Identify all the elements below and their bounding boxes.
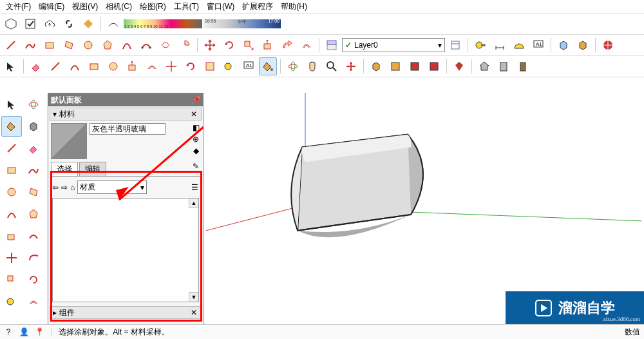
eraser-rail-icon[interactable] [23, 138, 44, 159]
orbit-rail-icon[interactable] [23, 94, 44, 115]
menu-file[interactable]: 文件(F) [3, 1, 33, 12]
camera-right-icon[interactable] [425, 57, 443, 75]
solid-tools-icon[interactable] [554, 36, 573, 54]
menu-view[interactable]: 视图(V) [70, 1, 100, 12]
layer-dropdown[interactable]: ✓ Layer0 [342, 38, 445, 52]
scale-grid-icon[interactable] [201, 57, 219, 75]
menu-camera[interactable]: 相机(C) [103, 1, 135, 12]
rotate-rail-icon[interactable] [23, 269, 44, 290]
text-label-icon[interactable]: A1 [240, 57, 258, 75]
rectangle-tool-icon[interactable] [41, 36, 59, 54]
menu-icon[interactable]: ☰ [190, 183, 199, 192]
zoom-extents-icon[interactable] [342, 57, 360, 75]
freehand-rail-icon[interactable] [23, 160, 44, 180]
shape-rect-icon[interactable] [85, 57, 103, 75]
dimension-tool-icon[interactable] [491, 36, 509, 54]
time-slider[interactable]: 06:55 中午 17:00 [204, 19, 281, 28]
rotated-rect-tool-icon[interactable] [60, 36, 78, 54]
pushpull-rail-icon[interactable] [1, 226, 22, 246]
scroll-down-icon[interactable]: ▼ [189, 292, 198, 302]
pushpull-tool-icon[interactable] [259, 36, 277, 54]
arc-rail-icon[interactable] [1, 204, 22, 224]
rect-rail-icon[interactable] [1, 160, 22, 180]
material-list[interactable]: ▲ ▼ [52, 198, 199, 302]
camera-front-icon[interactable] [406, 57, 424, 75]
layer-visibility-icon[interactable] [323, 36, 341, 54]
user-icon[interactable]: 👤 [19, 327, 28, 336]
offset-icon[interactable] [143, 57, 161, 75]
check-box-icon[interactable] [21, 15, 39, 33]
arc2-tool-icon[interactable] [137, 36, 155, 54]
rotate-tool-icon[interactable] [220, 36, 238, 54]
move-tool-icon[interactable] [201, 36, 219, 54]
material-name-input[interactable] [90, 123, 166, 135]
orbit-tool-icon[interactable] [284, 57, 302, 75]
freehand-tool-icon[interactable] [21, 36, 39, 54]
arc-tool-icon[interactable] [118, 36, 136, 54]
menu-draw[interactable]: 绘图(R) [137, 1, 169, 12]
pan-tool-icon[interactable] [303, 57, 321, 75]
camera-iso-icon[interactable] [367, 57, 385, 75]
panel-title-bar[interactable]: 默认面板 📌 [48, 93, 203, 106]
blank-icon[interactable] [104, 15, 122, 33]
scroll-up-icon[interactable]: ▲ [189, 199, 198, 208]
paint-bucket-icon[interactable] [259, 57, 277, 75]
offset-rail-icon[interactable] [23, 291, 44, 312]
arc-draw-icon[interactable] [66, 57, 84, 75]
arc3-tool-icon[interactable] [156, 36, 175, 54]
polygon-tool-icon[interactable] [99, 36, 117, 54]
nav-forward-icon[interactable]: ⇨ [61, 183, 68, 192]
pin-icon[interactable]: 📌 [191, 95, 200, 104]
new-model-icon[interactable] [2, 15, 20, 33]
pencil-tool-icon[interactable] [46, 57, 64, 75]
circle-rail-icon[interactable] [1, 182, 22, 202]
door-icon[interactable] [514, 57, 532, 75]
followme-rail-icon[interactable] [23, 247, 44, 268]
extension-icon[interactable] [79, 15, 97, 33]
components-header[interactable]: ▸组件 ✕ [50, 306, 202, 319]
pie-tool-icon[interactable] [176, 36, 194, 54]
eraser-tool-icon[interactable] [27, 57, 45, 75]
tape-tool-icon[interactable] [471, 36, 489, 54]
protractor-tool-icon[interactable] [510, 36, 528, 54]
layer-manager-icon[interactable] [446, 36, 464, 54]
menu-window[interactable]: 窗口(W) [204, 1, 237, 12]
material-category-dropdown[interactable]: 材质 [77, 180, 147, 194]
nav-back-icon[interactable]: ⇦ [52, 183, 59, 192]
display-mode-icon[interactable]: ◧ [191, 123, 200, 132]
create-material-icon[interactable]: ⊕ [191, 135, 200, 144]
viewport-3d[interactable] [204, 93, 644, 324]
move-arrows-icon[interactable] [162, 57, 180, 75]
cloud-upload-icon[interactable] [41, 15, 59, 33]
line-rail-icon[interactable] [1, 138, 22, 159]
shape-circle-icon[interactable] [104, 57, 122, 75]
menu-extensions[interactable]: 扩展程序 [240, 1, 276, 12]
scale-tool-icon[interactable] [240, 36, 258, 54]
select-tool-icon[interactable] [2, 57, 20, 75]
zoom-tool-icon[interactable] [323, 57, 341, 75]
pushpull-icon[interactable] [124, 57, 142, 75]
menu-edit[interactable]: 编辑(E) [36, 1, 67, 12]
eyedropper-icon[interactable]: ✎ [191, 162, 200, 171]
eraser-style-icon[interactable] [574, 36, 592, 54]
help-icon[interactable]: ? [4, 327, 13, 336]
box-rail-icon[interactable] [23, 116, 44, 137]
move-rail-icon[interactable] [1, 247, 22, 268]
menu-tools[interactable]: 工具(T) [171, 1, 202, 12]
circle-tool-icon[interactable] [79, 36, 97, 54]
scale-rail-icon[interactable] [1, 269, 22, 290]
geo-icon[interactable]: 📍 [35, 327, 44, 336]
polygon-rail-icon[interactable] [23, 204, 44, 224]
material-swatch[interactable] [51, 123, 87, 159]
components-close-icon[interactable]: ✕ [189, 308, 198, 317]
text-tool-icon[interactable]: A1 [529, 36, 547, 54]
tape-rail-icon[interactable] [1, 291, 22, 312]
offset-tool-icon[interactable] [298, 36, 316, 54]
link-icon[interactable] [60, 15, 78, 33]
arc2-rail-icon[interactable] [23, 226, 44, 246]
menu-help[interactable]: 帮助(H) [278, 1, 310, 12]
sandbox-tool-icon[interactable] [599, 36, 617, 54]
line-tool-icon[interactable] [2, 36, 20, 54]
materials-header[interactable]: ▾材料 ✕ [50, 108, 202, 121]
cursor-icon[interactable] [1, 94, 22, 115]
